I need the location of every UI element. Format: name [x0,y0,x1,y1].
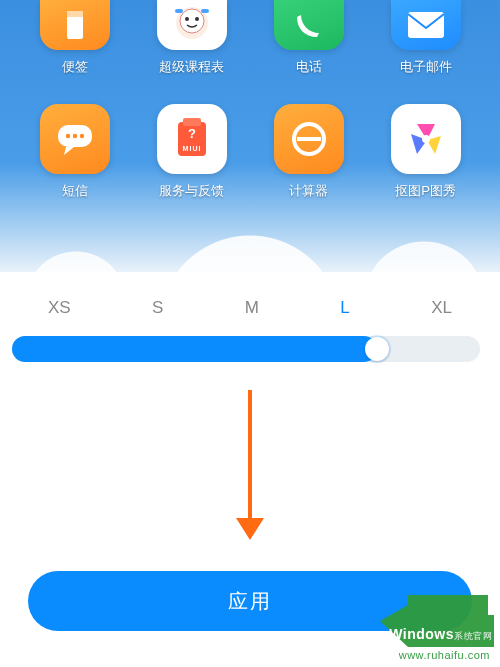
size-slider[interactable] [12,336,480,362]
schedule-icon [157,0,227,50]
slider-thumb[interactable] [365,337,389,361]
app-label: 电话 [296,58,322,76]
app-label: 电子邮件 [400,58,452,76]
svg-rect-8 [408,12,444,38]
calc-app[interactable]: 计算器 [250,104,367,200]
annotation-arrow [236,390,264,540]
svg-point-19 [422,135,430,143]
feedback-icon: ? MIUI [157,104,227,174]
svg-rect-18 [297,137,321,141]
svg-rect-14 [183,118,201,126]
app-label: 短信 [62,182,88,200]
size-options: XS S M L XL [0,272,500,336]
size-opt-m[interactable]: M [245,298,259,318]
feedback-app[interactable]: ? MIUI 服务与反馈 [133,104,250,200]
size-opt-l[interactable]: L [340,298,349,318]
slider-fill [12,336,377,362]
svg-point-12 [79,134,83,138]
notes-icon [40,0,110,50]
apply-button-label: 应用 [228,588,272,615]
svg-point-11 [72,134,76,138]
app-label: 服务与反馈 [159,182,224,200]
app-label: 计算器 [289,182,328,200]
messages-icon [40,104,110,174]
messages-app[interactable]: 短信 [16,104,133,200]
app-label: 超级课程表 [159,58,224,76]
schedule-app[interactable]: 超级课程表 [133,0,250,76]
phone-icon [274,0,344,50]
email-icon [391,0,461,50]
photo-app[interactable]: 抠图P图秀 [367,104,484,200]
svg-text:MIUI: MIUI [182,145,201,152]
svg-text:?: ? [188,126,196,141]
svg-point-5 [195,17,199,21]
email-app[interactable]: 电子邮件 [367,0,484,76]
phone-app[interactable]: 电话 [250,0,367,76]
notes-app[interactable]: 便签 [16,0,133,76]
calc-icon [274,104,344,174]
svg-rect-7 [201,9,209,13]
size-opt-s[interactable]: S [152,298,163,318]
svg-rect-1 [67,11,83,17]
app-grid: 便签 超级课程表 电话 电子邮件 短信 [0,0,500,220]
app-label: 抠图P图秀 [395,182,456,200]
apply-button[interactable]: 应用 [28,571,472,631]
app-label: 便签 [62,58,88,76]
size-opt-xl[interactable]: XL [431,298,452,318]
size-opt-xs[interactable]: XS [48,298,71,318]
svg-point-3 [180,9,204,33]
photo-icon [391,104,461,174]
svg-rect-6 [175,9,183,13]
svg-point-10 [65,134,69,138]
watermark-url: www.ruhaifu.com [399,649,490,661]
svg-point-4 [185,17,189,21]
size-panel: XS S M L XL 应用 Windows系统官网 www.ruhaifu.c… [0,272,500,667]
